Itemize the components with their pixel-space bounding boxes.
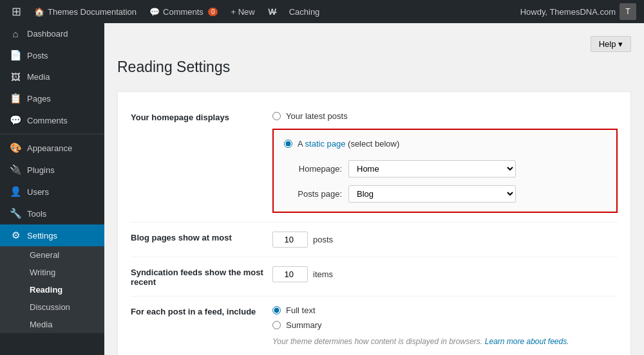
sidebar-item-label: Settings — [27, 231, 57, 241]
plugins-icon: 🔌 — [9, 164, 22, 176]
sidebar-item-label: Plugins — [27, 165, 55, 175]
sidebar-item-dashboard[interactable]: ⌂ Dashboard — [0, 23, 104, 44]
sidebar-item-pages[interactable]: 📋 Pages — [0, 87, 104, 109]
theme-note-row: Your theme determines how content is dis… — [272, 336, 618, 346]
sidebar-sub-media[interactable]: Media — [0, 316, 104, 333]
wp-logo-button[interactable]: ⊞ — [5, 0, 28, 23]
sidebar-item-label: Tools — [27, 209, 46, 219]
sidebar: ⌂ Dashboard 📄 Posts 🖼 Media 📋 Pages 💬 Co… — [0, 23, 104, 355]
howdy-label: Howdy, ThemesDNA.com — [516, 7, 620, 17]
appearance-icon: 🎨 — [9, 142, 22, 154]
settings-submenu: General Writing Reading Discussion Media — [0, 246, 104, 333]
feed-include-row: For each post in a feed, include Full te… — [131, 296, 618, 355]
caching-label: Caching — [289, 7, 320, 17]
summary-radio[interactable] — [272, 321, 281, 329]
sidebar-item-settings[interactable]: ⚙ Settings — [0, 224, 104, 246]
blog-pages-label: Blog pages show at most — [131, 232, 272, 248]
help-button[interactable]: Help ▾ — [591, 36, 631, 52]
help-bar: Help ▾ — [117, 36, 631, 52]
static-page-radio[interactable] — [284, 140, 292, 148]
feed-include-content: Full text Summary Your theme determines … — [272, 305, 618, 346]
static-page-radio-label: A static page (select below) — [298, 139, 399, 149]
static-page-row: A static page (select below) — [284, 139, 606, 149]
avatar[interactable]: T — [620, 3, 636, 20]
sidebar-item-label: Dashboard — [27, 29, 68, 39]
sidebar-item-plugins[interactable]: 🔌 Plugins — [0, 159, 104, 181]
full-text-radio[interactable] — [272, 306, 281, 314]
blog-pages-content: posts — [272, 232, 618, 248]
home-icon: 🏠 — [34, 7, 44, 17]
comments-icon: 💬 — [149, 7, 160, 17]
sidebar-item-tools[interactable]: 🔧 Tools — [0, 203, 104, 224]
sidebar-sub-general[interactable]: General — [0, 246, 104, 264]
full-text-label: Full text — [286, 305, 316, 315]
posts-icon: 📄 — [9, 50, 22, 61]
sidebar-item-media[interactable]: 🖼 Media — [0, 66, 104, 87]
reading-settings-form: Your homepage displays Your latest posts… — [117, 91, 631, 355]
site-name-label: Themes Documentation — [48, 7, 137, 17]
latest-posts-row: Your latest posts — [272, 111, 618, 121]
general-label: General — [30, 250, 59, 260]
summary-row: Summary — [272, 320, 618, 330]
comments-badge: 0 — [208, 8, 218, 16]
sidebar-item-users[interactable]: 👤 Users — [0, 181, 104, 203]
blog-pages-row: Blog pages show at most posts — [131, 223, 618, 257]
syndication-suffix: items — [313, 269, 333, 279]
homepage-select[interactable]: Home About Contact — [348, 160, 516, 178]
writing-label: Writing — [30, 268, 55, 277]
content-area: Help ▾ Reading Settings Your homepage di… — [104, 23, 644, 355]
homepage-displays-row: Your homepage displays Your latest posts… — [131, 102, 618, 223]
new-content-button[interactable]: + New — [224, 0, 261, 23]
sidebar-item-label: Pages — [27, 94, 51, 104]
tools-icon: 🔧 — [9, 208, 22, 219]
sidebar-sub-discussion[interactable]: Discussion — [0, 298, 104, 316]
full-text-row: Full text — [272, 305, 618, 315]
sidebar-item-label: Users — [27, 187, 49, 197]
learn-more-link[interactable]: Learn more about feeds. — [485, 337, 569, 346]
page-title: Reading Settings — [117, 59, 631, 76]
sidebar-sub-writing[interactable]: Writing — [0, 264, 104, 281]
theme-note: Your theme determines how content is dis… — [272, 337, 482, 346]
latest-posts-radio-label: Your latest posts — [286, 111, 348, 121]
summary-label: Summary — [286, 320, 322, 330]
comments-button[interactable]: 💬 Comments 0 — [143, 0, 224, 23]
postspage-select-row: Posts page: Blog News Posts — [284, 185, 606, 203]
homepage-select-row: Homepage: Home About Contact — [284, 160, 606, 178]
woo-icon: W̶ — [268, 7, 276, 17]
caching-button[interactable]: Caching — [283, 0, 327, 23]
syndication-label: Syndication feeds show the most recent — [131, 266, 272, 287]
sidebar-item-label: Comments — [27, 116, 68, 125]
syndication-input[interactable] — [272, 266, 308, 282]
postspage-select-label: Posts page: — [284, 189, 342, 199]
static-page-link[interactable]: static page — [305, 139, 346, 149]
postspage-select[interactable]: Blog News Posts — [348, 185, 516, 203]
admin-bar-right: Howdy, ThemesDNA.com T — [516, 3, 639, 20]
homepage-radio-group: Your latest posts A static page (select … — [272, 111, 618, 213]
static-page-box: A static page (select below) Homepage: H… — [272, 129, 618, 213]
sidebar-sub-reading[interactable]: Reading — [0, 281, 104, 298]
blog-pages-suffix: posts — [313, 235, 333, 244]
blog-pages-number-row: posts — [272, 232, 618, 248]
pages-icon: 📋 — [9, 93, 22, 104]
discussion-label: Discussion — [30, 302, 70, 312]
sidebar-item-label: Media — [27, 72, 50, 82]
sidebar-item-label: Posts — [27, 51, 48, 60]
comments-label: Comments — [163, 7, 204, 17]
sidebar-item-comments[interactable]: 💬 Comments — [0, 109, 104, 131]
sidebar-item-appearance[interactable]: 🎨 Appearance — [0, 137, 104, 159]
wp-logo-icon: ⊞ — [12, 5, 21, 19]
sidebar-item-posts[interactable]: 📄 Posts — [0, 44, 104, 66]
new-label: + New — [231, 7, 254, 17]
syndication-number-row: items — [272, 266, 618, 282]
media-icon: 🖼 — [9, 71, 22, 82]
reading-label: Reading — [30, 285, 62, 295]
latest-posts-radio[interactable] — [272, 112, 281, 120]
feed-include-label: For each post in a feed, include — [131, 305, 272, 346]
homepage-displays-content: Your latest posts A static page (select … — [272, 111, 618, 213]
site-name-button[interactable]: 🏠 Themes Documentation — [28, 0, 143, 23]
woo-icon-button[interactable]: W̶ — [261, 0, 283, 23]
admin-bar: ⊞ 🏠 Themes Documentation 💬 Comments 0 + … — [0, 0, 644, 23]
blog-pages-input[interactable] — [272, 232, 308, 248]
comments-icon: 💬 — [9, 114, 22, 126]
homepage-displays-label: Your homepage displays — [131, 111, 272, 213]
